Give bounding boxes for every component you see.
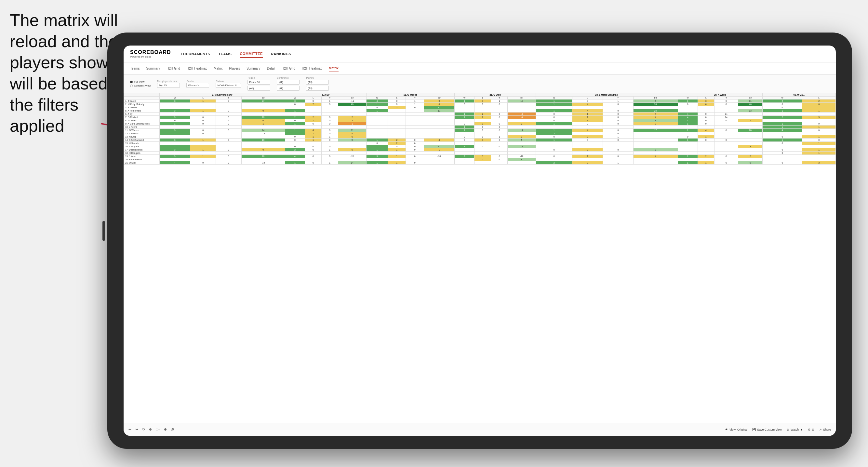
nav-committee[interactable]: COMMITTEE xyxy=(240,50,263,58)
subnav-h2h-heatmap2[interactable]: H2H Heatmap xyxy=(302,65,322,72)
matrix-cell: 2 xyxy=(285,148,305,152)
matrix-cell xyxy=(536,145,572,148)
matrix-cell: 0 xyxy=(322,155,338,158)
subnav-summary2[interactable]: Summary xyxy=(247,65,260,72)
max-players-select[interactable]: Top 25 xyxy=(157,83,180,88)
nav-bar: SCOREBOARD Powered by clippd TOURNAMENTS… xyxy=(124,45,836,62)
matrix-cell: 0 xyxy=(678,135,698,138)
zoom-out-icon[interactable]: ⊖ xyxy=(149,427,152,432)
matrix-cell: 1 xyxy=(603,99,633,103)
matrix-cell xyxy=(572,145,603,148)
redo-icon[interactable]: ↪ xyxy=(135,427,138,432)
matrix-cell xyxy=(406,113,424,116)
subnav-matrix[interactable]: Matrix xyxy=(214,65,222,72)
undo-icon[interactable]: ↩ xyxy=(128,427,131,432)
players-select[interactable]: (All) xyxy=(306,80,329,85)
matrix-cell: 6 xyxy=(633,99,678,103)
matrix-cell xyxy=(388,158,406,161)
view-original-icon: 👁 xyxy=(725,428,728,431)
matrix-cell xyxy=(338,158,367,161)
matrix-cell xyxy=(603,106,633,109)
sh-d1: Dif xyxy=(241,97,285,99)
col-header-7: 60. W Za... xyxy=(762,93,835,97)
matrix-cell xyxy=(572,158,603,161)
subnav-detail[interactable]: Detail xyxy=(267,65,275,72)
matrix-cell: 1 xyxy=(455,113,474,116)
view-original-btn[interactable]: 👁 View: Original xyxy=(725,428,747,431)
matrix-cell: 1 xyxy=(572,119,603,122)
division-select[interactable]: NCAA Division II xyxy=(216,83,241,88)
matrix-cell: 0 xyxy=(305,99,321,103)
matrix-cell: 1 xyxy=(322,99,338,103)
matrix-cell xyxy=(536,106,572,109)
region-all-select[interactable]: (All) xyxy=(247,86,270,91)
matrix-cell xyxy=(802,155,836,158)
matrix-cell: 3 xyxy=(160,99,190,103)
matrix-cell: 0 xyxy=(698,116,714,119)
matrix-cell xyxy=(216,142,242,145)
compact-view-radio[interactable] xyxy=(130,85,133,87)
subnav-h2h-grid[interactable]: H2H Grid xyxy=(166,65,180,72)
matrix-cell: 4 xyxy=(572,129,603,132)
matrix-cell: 1 xyxy=(536,109,572,113)
subnav-teams[interactable]: Teams xyxy=(130,65,140,72)
nav-tournaments[interactable]: TOURNAMENTS xyxy=(181,51,210,58)
matrix-cell xyxy=(406,129,424,132)
nav-teams[interactable]: TEAMS xyxy=(218,51,231,58)
matrix-cell: 3 xyxy=(285,99,305,103)
matrix-cell xyxy=(305,106,321,109)
matrix-cell: 0 xyxy=(474,103,491,106)
subnav-matrix2[interactable]: Matrix xyxy=(329,65,338,72)
matrix-cell: 0 xyxy=(406,138,424,142)
conference-select[interactable]: (All) xyxy=(277,80,300,85)
subnav-summary[interactable]: Summary xyxy=(146,65,160,72)
share-btn[interactable]: ↗ Share xyxy=(819,428,831,431)
matrix-cell: 25 xyxy=(633,109,678,113)
watch-btn[interactable]: ⊕ Watch ▼ xyxy=(787,428,803,431)
matrix-cell: 1 xyxy=(322,148,338,152)
zoom-in-icon[interactable]: ⊕ xyxy=(164,427,167,432)
compact-view-option[interactable]: Compact View xyxy=(130,84,151,87)
players-all-select[interactable]: (All) xyxy=(306,86,329,91)
subnav-h2h-heatmap[interactable]: H2H Heatmap xyxy=(187,65,207,72)
matrix-cell: 0 xyxy=(603,129,633,132)
matrix-cell xyxy=(714,148,738,152)
matrix-cell xyxy=(455,161,474,164)
matrix-cell: 1 xyxy=(802,152,836,155)
matrix-cell: 0 xyxy=(455,135,474,138)
full-view-option[interactable]: Full View xyxy=(130,80,151,83)
refresh-icon[interactable]: ↻ xyxy=(142,427,145,432)
matrix-cell: 1 xyxy=(603,135,633,138)
matrix-cell: 1 xyxy=(738,119,763,122)
matrix-cell xyxy=(322,158,338,161)
matrix-cell: 0 xyxy=(762,106,802,109)
matrix-cell: 14 xyxy=(241,129,285,132)
matrix-cell xyxy=(603,152,633,155)
matrix-cell: 2 xyxy=(305,116,321,119)
matrix-cell: 0 xyxy=(714,129,738,132)
matrix-cell: 8 xyxy=(633,119,678,122)
matrix-cell xyxy=(406,132,424,135)
region-select[interactable]: East - DII xyxy=(247,80,270,85)
matrix-cell xyxy=(424,126,454,129)
player-name-cell: 12. A Bianchi xyxy=(124,132,160,135)
matrix-cell: 0 xyxy=(241,109,285,113)
subnav-players[interactable]: Players xyxy=(229,65,240,72)
main-content[interactable]: 2. M Kelly Mulcahy 6. A Dy 11. G Woods 2… xyxy=(124,93,836,423)
matrix-cell xyxy=(241,152,285,155)
clock-icon[interactable]: ⏱ xyxy=(171,428,174,432)
matrix-cell xyxy=(216,106,242,109)
player-name-cell: 2. M Kelly Mulcahy xyxy=(124,103,160,106)
save-custom-btn[interactable]: 💾 Save Custom View xyxy=(752,428,782,431)
options-btn[interactable]: ⚙ ⊞ xyxy=(808,428,814,431)
conference-all-select[interactable]: (All) xyxy=(277,86,300,91)
gender-select[interactable]: Women's xyxy=(186,83,209,88)
matrix-cell: 0 xyxy=(160,119,190,122)
sh-t1: T xyxy=(216,97,242,99)
matrix-cell xyxy=(406,109,424,113)
matrix-cell: 0 xyxy=(216,148,242,152)
nav-rankings[interactable]: RANKINGS xyxy=(271,51,291,58)
matrix-cell xyxy=(536,142,572,145)
full-view-radio[interactable] xyxy=(130,81,133,83)
subnav-h2h-grid2[interactable]: H2H Grid xyxy=(282,65,295,72)
